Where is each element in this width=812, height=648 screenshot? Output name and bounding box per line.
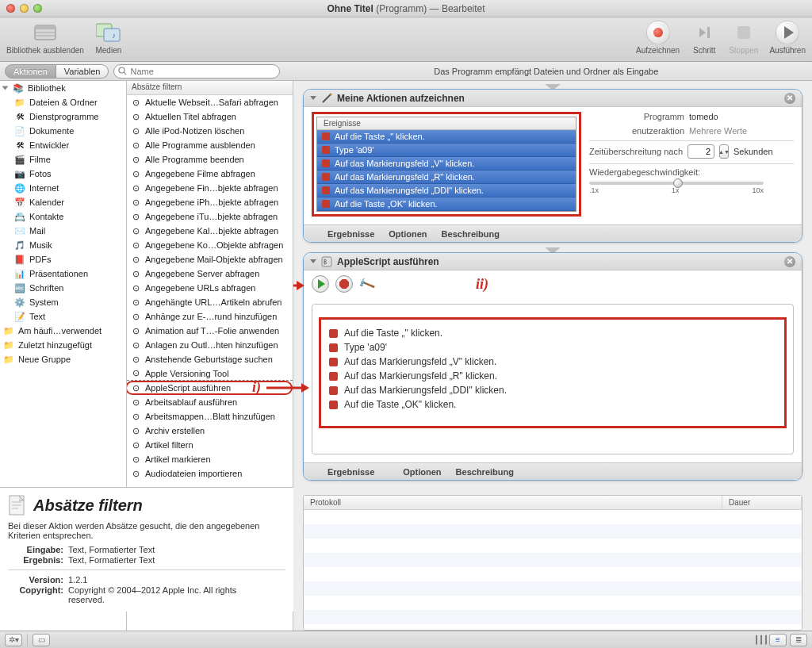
action-list-item[interactable]: ⊙Angehängte URL…Artikeln abrufen <box>127 295 293 309</box>
library-item[interactable]: 🔤Schriften <box>0 281 126 295</box>
action-list-item[interactable]: ⊙Angegebene iPh…bjekte abfragen <box>127 195 293 209</box>
media-button[interactable]: ♪ Medien <box>95 21 122 55</box>
card1-tab-options[interactable]: Optionen <box>389 229 427 239</box>
action-list-item[interactable]: ⊙Angegebene Mail-Objekte abfragen <box>127 252 293 266</box>
action-list-item[interactable]: ⊙Audiodateien importieren <box>127 466 293 481</box>
action-list-item[interactable]: ⊙Apple Versioning Tool <box>127 366 293 381</box>
card2-header[interactable]: AppleScript ausführen ✕ <box>304 253 802 270</box>
library-item[interactable]: ✉️Mail <box>0 224 126 238</box>
card2-tab-results[interactable]: Ergebnisse <box>327 467 374 477</box>
step-button[interactable]: Schritt <box>691 21 718 55</box>
library-smart-item[interactable]: 📁Zuletzt hinzugefügt <box>0 338 126 352</box>
script-body[interactable]: Auf die Taste „" klicken.Type 'a09'Auf d… <box>312 304 794 454</box>
card2-tab-options[interactable]: Optionen <box>403 467 441 477</box>
log-panel: Protokoll Dauer <box>303 495 802 631</box>
log-col-protokoll[interactable]: Protokoll <box>304 496 722 509</box>
record-button[interactable]: Aufzeichnen <box>636 21 680 55</box>
tab-variables[interactable]: Variablen <box>56 64 109 79</box>
recorded-event-row[interactable]: Auf das Markierungsfeld „DDI" klicken. <box>317 184 576 197</box>
category-icon: ⚙️ <box>14 297 25 308</box>
action-list-item[interactable]: ⊙Alle Programme ausblenden <box>127 138 293 152</box>
timeout-input[interactable] <box>688 144 714 159</box>
action-list-item[interactable]: ⊙Alle iPod-Notizen löschen <box>127 124 293 138</box>
action-list-item[interactable]: ⊙Artikel markieren <box>127 452 293 466</box>
slider-thumb-icon[interactable] <box>673 178 683 188</box>
action-list-item[interactable]: ⊙Angegebene URLs abfragen <box>127 281 293 295</box>
script-event-row: Auf das Markierungsfeld „DDI" klicken. <box>329 383 776 397</box>
close-card-icon[interactable]: ✕ <box>784 256 795 267</box>
timeout-stepper[interactable]: ▲▼ <box>719 144 729 159</box>
library-item[interactable]: ⚙️System <box>0 295 126 309</box>
action-list-item[interactable]: ⊙Anlagen zu Outl…hten hinzufügen <box>127 338 293 352</box>
library-root-label: Bibliothek <box>28 83 66 93</box>
library-item[interactable]: 📁Dateien & Ordner <box>0 95 126 109</box>
hide-library-button[interactable]: Bibliothek ausblenden <box>6 21 84 55</box>
script-run-button[interactable] <box>312 275 329 293</box>
library-item[interactable]: 📇Kontakte <box>0 209 126 224</box>
card1-tab-results[interactable]: Ergebnisse <box>327 229 374 239</box>
library-item[interactable]: 📅Kalender <box>0 195 126 209</box>
recorded-event-row[interactable]: Auf das Markierungsfeld „R" klicken. <box>317 171 576 184</box>
view-log-button[interactable]: ≣ <box>790 634 807 646</box>
log-body <box>304 510 802 630</box>
action-list-item[interactable]: ⊙AppleScript ausführen <box>127 381 293 395</box>
action-list-item[interactable]: ⊙Angegebene Filme abfragen <box>127 167 293 181</box>
action-list-item[interactable]: ⊙Aktuelle Webseit…Safari abfragen <box>127 95 293 109</box>
action-item-label: Arbeitsablauf ausführen <box>145 397 237 407</box>
secondary-bar: Aktionen Variablen Das Programm empfängt… <box>0 62 812 81</box>
library-item-label: Dokumente <box>29 126 74 136</box>
action-list-item[interactable]: ⊙Angegebene Ko…Objekte abfragen <box>127 238 293 252</box>
window-title: Ohne Titel (Programm) — Bearbeitet <box>0 3 812 14</box>
log-col-dauer[interactable]: Dauer <box>722 496 802 509</box>
library-item[interactable]: 🛠Entwickler <box>0 138 126 152</box>
action-list-item[interactable]: ⊙Anhänge zur E-…rund hinzufügen <box>127 309 293 324</box>
library-smart-item[interactable]: 📁Am häufi…verwendet <box>0 324 126 338</box>
action-list-item[interactable]: ⊙Angegebene Server abfragen <box>127 266 293 281</box>
event-text: Type 'a09' <box>335 145 373 155</box>
gear-menu-button[interactable]: ✲▾ <box>5 634 22 646</box>
recorded-event-row[interactable]: Auf das Markierungsfeld „V" klicken. <box>317 157 576 171</box>
run-button[interactable]: Ausführen <box>769 21 806 55</box>
script-stop-button[interactable] <box>335 275 353 293</box>
library-item[interactable]: 📝Text <box>0 309 126 324</box>
library-item[interactable]: 🛠Dienstprogramme <box>0 109 126 124</box>
close-card-icon[interactable]: ✕ <box>784 93 795 104</box>
action-list-item[interactable]: ⊙Artikel filtern <box>127 438 293 452</box>
card2-tab-desc[interactable]: Beschreibung <box>456 467 514 477</box>
library-item[interactable]: 🎵Musik <box>0 238 126 252</box>
card1-header[interactable]: Meine Aktionen aufzeichnen ✕ <box>304 90 802 107</box>
split-handle-icon[interactable]: ┃┃┃ <box>756 634 766 646</box>
view-list-button[interactable]: ≡ <box>769 634 787 646</box>
action-list-item[interactable]: ⊙Archiv erstellen <box>127 424 293 438</box>
library-smart-item[interactable]: 📁Neue Gruppe <box>0 352 126 366</box>
library-item[interactable]: 📄Dokumente <box>0 124 126 138</box>
library-item[interactable]: 📊Präsentationen <box>0 266 126 281</box>
action-list-item[interactable]: ⊙Alle Programme beenden <box>127 152 293 167</box>
desc-output-k: Ergebnis: <box>8 555 63 565</box>
action-list-item[interactable]: ⊙Arbeitsablauf ausführen <box>127 395 293 409</box>
action-list-item[interactable]: ⊙Anstehende Geburtstage suchen <box>127 352 293 366</box>
recorded-event-row[interactable]: Auf die Taste „" klicken. <box>317 130 576 144</box>
speed-slider[interactable]: .1x1x10x <box>589 182 794 194</box>
search-input[interactable] <box>113 64 280 79</box>
event-text: Auf das Markierungsfeld „V" klicken. <box>344 356 496 367</box>
library-item[interactable]: 📕PDFs <box>0 252 126 266</box>
recorded-event-row[interactable]: Type 'a09' <box>317 144 576 157</box>
library-root[interactable]: 📚 Bibliothek <box>0 81 126 95</box>
card1-tab-desc[interactable]: Beschreibung <box>442 229 500 239</box>
library-item[interactable]: 🎬Filme <box>0 152 126 167</box>
compile-button[interactable]: 🔨 <box>357 274 377 293</box>
action-list-item[interactable]: ⊙Angegebene iTu…bjekte abfragen <box>127 209 293 224</box>
action-list-item[interactable]: ⊙Aktuellen Titel abfragen <box>127 109 293 124</box>
action-list-item[interactable]: ⊙Animation auf T…-Folie anwenden <box>127 324 293 338</box>
library-item[interactable]: 🌐Internet <box>0 181 126 195</box>
event-text: Auf das Markierungsfeld „V" klicken. <box>335 159 474 168</box>
action-list-item[interactable]: ⊙Angegebene Fin…bjekte abfragen <box>127 181 293 195</box>
action-list-item[interactable]: ⊙Arbeitsmappen…Blatt hinzufügen <box>127 409 293 424</box>
action-list-item[interactable]: ⊙Angegebene Kal…bjekte abfragen <box>127 224 293 238</box>
library-item[interactable]: 📷Fotos <box>0 167 126 181</box>
tab-actions[interactable]: Aktionen <box>5 64 56 79</box>
svg-point-8 <box>119 67 124 73</box>
toggle-desc-button[interactable]: ▭ <box>33 634 50 646</box>
recorded-event-row[interactable]: Auf die Taste „OK" klicken. <box>317 197 576 211</box>
